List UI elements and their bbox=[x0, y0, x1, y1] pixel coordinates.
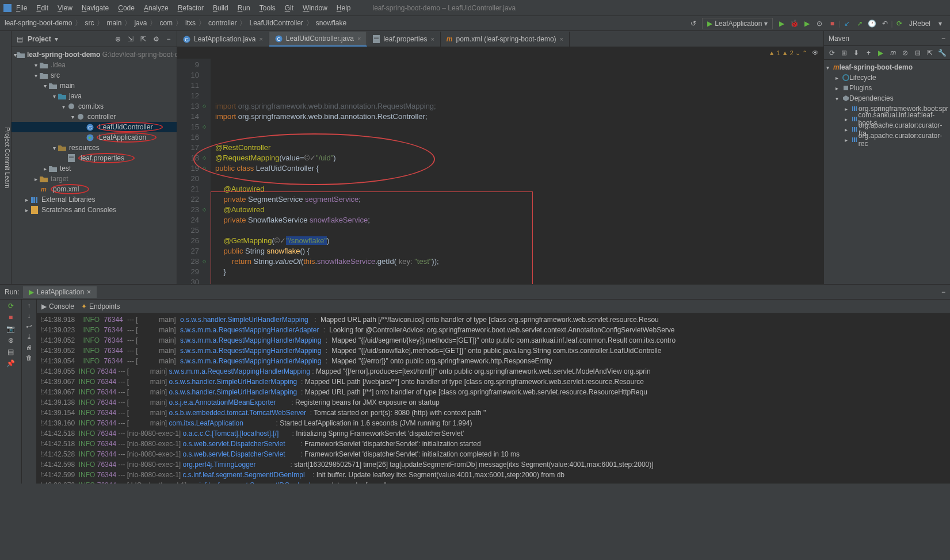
tree-node[interactable]: CLeafUidController bbox=[12, 122, 177, 132]
collapse-icon[interactable]: ⇱ bbox=[139, 34, 148, 44]
dump-icon[interactable]: 📷 bbox=[6, 325, 15, 333]
coverage-icon[interactable]: ▶ bbox=[802, 18, 812, 29]
editor-tab[interactable]: CLeafApplication.java× bbox=[177, 32, 269, 47]
rerun-icon[interactable]: ⟳ bbox=[8, 302, 14, 310]
download-icon[interactable]: ⬇ bbox=[852, 49, 861, 57]
jrebel-menu-icon[interactable]: ▾ bbox=[935, 18, 945, 29]
code-editor[interactable]: 9101112131415161718192021222324252627282… bbox=[177, 59, 823, 284]
stop-icon[interactable]: ■ bbox=[9, 313, 13, 321]
up-icon[interactable]: ↑ bbox=[28, 302, 31, 309]
breadcrumb-item[interactable]: snowflake bbox=[315, 19, 348, 27]
print-icon[interactable]: 🖨 bbox=[26, 344, 32, 351]
gutter-icons[interactable]: ◇ ◇ ◇◇ ◇ ◇ bbox=[203, 59, 211, 284]
jrebel-icon[interactable]: ⟳ bbox=[894, 18, 905, 29]
settings-icon[interactable]: 🔧 bbox=[938, 49, 947, 57]
menu-item-view[interactable]: View bbox=[53, 4, 77, 12]
toggle-icon[interactable]: ⊘ bbox=[901, 49, 910, 57]
down-icon[interactable]: ↓ bbox=[28, 312, 31, 319]
close-icon[interactable]: × bbox=[430, 36, 434, 43]
tree-node[interactable]: leaf.properties bbox=[12, 153, 177, 163]
debug-icon[interactable]: 🐞 bbox=[789, 18, 799, 29]
reload-icon[interactable]: ⟳ bbox=[827, 49, 836, 57]
stop-icon[interactable]: ■ bbox=[827, 18, 837, 29]
run-icon[interactable]: ▶ bbox=[776, 18, 787, 29]
close-icon[interactable]: × bbox=[560, 36, 563, 43]
tree-node[interactable]: ▸External Libraries bbox=[12, 194, 177, 205]
hide-icon[interactable]: − bbox=[164, 34, 173, 44]
tree-node[interactable]: ▾controller bbox=[12, 112, 177, 122]
tree-node[interactable]: ▾.idea bbox=[12, 60, 177, 70]
profile-icon[interactable]: ⊙ bbox=[814, 18, 825, 29]
settings-icon[interactable]: ⚙ bbox=[151, 34, 161, 44]
hide-icon[interactable]: − bbox=[941, 34, 945, 43]
menu-item-navigate[interactable]: Navigate bbox=[77, 4, 113, 12]
breadcrumb-item[interactable]: com bbox=[158, 19, 174, 27]
maven-node[interactable]: ▸Lifecycle bbox=[824, 72, 950, 83]
warnings-indicator[interactable]: ▲ 1 ▲ 2 ⌄ ⌃ bbox=[769, 49, 807, 57]
editor-tab[interactable]: mpom.xml (leaf-spring-boot-demo)× bbox=[441, 32, 570, 47]
layout-icon[interactable]: ▤ bbox=[7, 348, 14, 356]
breadcrumb-item[interactable]: controller bbox=[207, 19, 238, 27]
console-log[interactable]: !:41:38.918 INFO 76344 --- [ main] o.s.w… bbox=[37, 313, 950, 484]
breadcrumb-item[interactable]: main bbox=[105, 19, 123, 27]
tree-node[interactable]: ▾main bbox=[12, 80, 177, 91]
generate-icon[interactable]: ⊞ bbox=[840, 49, 848, 57]
breadcrumb-item[interactable]: LeafUidController bbox=[248, 19, 304, 27]
menu-item-window[interactable]: Window bbox=[298, 4, 332, 12]
breadcrumb-item[interactable]: leaf-spring-boot-demo bbox=[3, 19, 73, 27]
code-content[interactable]: import org.springframework.web.bind.anno… bbox=[211, 59, 823, 284]
menu-item-file[interactable]: File bbox=[12, 4, 32, 12]
close-icon[interactable]: × bbox=[87, 288, 91, 296]
reader-mode-icon[interactable]: 👁 bbox=[812, 49, 819, 57]
add-icon[interactable]: + bbox=[864, 49, 873, 57]
git-pull-icon[interactable]: ↙ bbox=[842, 18, 852, 29]
pin-icon[interactable]: 📌 bbox=[6, 359, 15, 367]
left-tool-strip[interactable]: Project Commit Learn bbox=[0, 31, 12, 284]
menu-item-edit[interactable]: Edit bbox=[32, 4, 53, 12]
maven-node[interactable]: ▸org.apache.curator:curator-rec bbox=[824, 135, 950, 145]
tree-node[interactable]: mpom.xml bbox=[12, 184, 177, 194]
maven-root[interactable]: ▾mleaf-spring-boot-demo bbox=[824, 62, 950, 72]
breadcrumb-item[interactable]: java bbox=[133, 19, 148, 27]
project-label[interactable]: Project bbox=[28, 35, 51, 43]
menu-item-build[interactable]: Build bbox=[208, 4, 233, 12]
git-push-icon[interactable]: ↗ bbox=[854, 18, 865, 29]
endpoints-tab[interactable]: ✦Endpoints bbox=[81, 302, 120, 310]
hide-icon[interactable]: − bbox=[941, 288, 945, 296]
menu-item-help[interactable]: Help bbox=[332, 4, 356, 12]
expand-icon[interactable]: ⇲ bbox=[126, 34, 135, 44]
run-tab[interactable]: ▶LeafApplication× bbox=[23, 286, 97, 298]
sync-icon[interactable]: ↺ bbox=[688, 18, 699, 29]
close-icon[interactable]: × bbox=[357, 35, 361, 42]
console-tab[interactable]: ▶Console bbox=[41, 302, 74, 310]
tree-node[interactable]: LeafApplication bbox=[12, 132, 177, 143]
exec-icon[interactable]: m bbox=[888, 49, 897, 57]
menu-item-tools[interactable]: Tools bbox=[255, 4, 280, 12]
git-history-icon[interactable]: 🕐 bbox=[867, 18, 877, 29]
tree-node[interactable]: ▸test bbox=[12, 163, 177, 174]
select-opened-icon[interactable]: ⊕ bbox=[113, 34, 123, 44]
breadcrumb-item[interactable]: src bbox=[83, 19, 95, 27]
breadcrumb-item[interactable]: itxs bbox=[184, 19, 197, 27]
tree-node[interactable]: ▾resources bbox=[12, 143, 177, 153]
collapse-icon[interactable]: ⇱ bbox=[925, 49, 934, 57]
wrap-icon[interactable]: ⮐ bbox=[26, 323, 32, 329]
run-icon[interactable]: ▶ bbox=[876, 49, 885, 57]
project-tree[interactable]: ▾leaf-spring-boot-demo G:\dev\leaf-sprin… bbox=[12, 47, 177, 284]
close-icon[interactable]: × bbox=[259, 36, 262, 43]
menu-item-refactor[interactable]: Refactor bbox=[173, 4, 208, 12]
editor-tab[interactable]: CLeafUidController.java× bbox=[269, 32, 368, 47]
tree-node[interactable]: ▸Scratches and Consoles bbox=[12, 205, 177, 215]
run-config-selector[interactable]: ▶LeafApplication▾ bbox=[702, 18, 773, 29]
maven-tree[interactable]: ▾mleaf-spring-boot-demo▸Lifecycle▸Plugin… bbox=[824, 60, 950, 147]
tree-root[interactable]: ▾leaf-spring-boot-demo G:\dev\leaf-sprin… bbox=[12, 49, 177, 60]
tree-node[interactable]: ▾java bbox=[12, 91, 177, 101]
tree-node[interactable]: ▸target bbox=[12, 174, 177, 184]
menu-item-git[interactable]: Git bbox=[280, 4, 298, 12]
clear-icon[interactable]: 🗑 bbox=[26, 354, 32, 361]
exit-icon[interactable]: ⊗ bbox=[8, 336, 14, 344]
maven-node[interactable]: ▸Plugins bbox=[824, 83, 950, 93]
menu-item-analyze[interactable]: Analyze bbox=[139, 4, 173, 12]
git-revert-icon[interactable]: ↶ bbox=[880, 18, 890, 29]
skip-icon[interactable]: ⊟ bbox=[913, 49, 922, 57]
